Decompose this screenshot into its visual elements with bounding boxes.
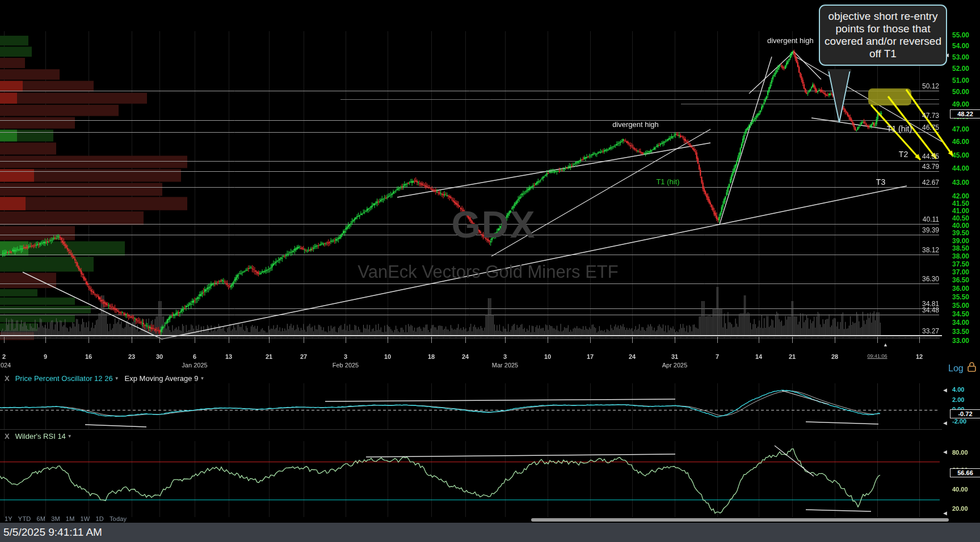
zoom-preset-bar: 1YYTD6M3M1M1W1DToday (5, 515, 132, 522)
range-preset-today[interactable]: Today (110, 515, 127, 522)
ppo-header: X Price Percent Oscillator 12 26 ▼ Exp M… (0, 374, 980, 383)
status-datetime: 5/5/2025 9:41:11 AM (3, 526, 102, 539)
range-preset-1m[interactable]: 1M (66, 515, 75, 522)
callout-tail (824, 69, 855, 127)
symbol-watermark: GDX (392, 203, 596, 246)
lock-icon[interactable] (966, 362, 977, 375)
rsi-header: X Wilder's RSI 14 ▼ (0, 431, 980, 441)
ppo-caret[interactable]: ▼ (115, 376, 119, 381)
fund-name-watermark: VanEck Vectors Gold Miners ETF (272, 262, 704, 282)
charting-app: GDX 1m5m15m1hDW ▼ T RT (0, 0, 980, 542)
rsi-caret[interactable]: ▼ (68, 434, 72, 439)
rsi-close-button[interactable]: X (5, 432, 10, 441)
range-preset-1w[interactable]: 1W (81, 515, 90, 522)
range-preset-3m[interactable]: 3M (51, 515, 60, 522)
ppo-close-button[interactable]: X (5, 374, 10, 383)
range-preset-1y[interactable]: 1Y (5, 515, 12, 522)
log-scale-toggle[interactable]: Log (948, 363, 964, 374)
range-preset-1d[interactable]: 1D (95, 515, 103, 522)
rsi-title[interactable]: Wilder's RSI 14 (15, 432, 66, 441)
range-preset-6m[interactable]: 6M (36, 515, 45, 522)
ppo-ema-label[interactable]: Exp Moving Average 9 (125, 374, 199, 383)
ppo-title[interactable]: Price Percent Oscillator 12 26 (15, 374, 113, 383)
ppo-ema-caret[interactable]: ▼ (200, 376, 204, 381)
status-bar: 5/5/2025 9:41:11 AM (0, 523, 980, 542)
range-preset-ytd[interactable]: YTD (18, 515, 31, 522)
annotation-callout[interactable]: objective short re-entry points for thos… (819, 5, 947, 66)
